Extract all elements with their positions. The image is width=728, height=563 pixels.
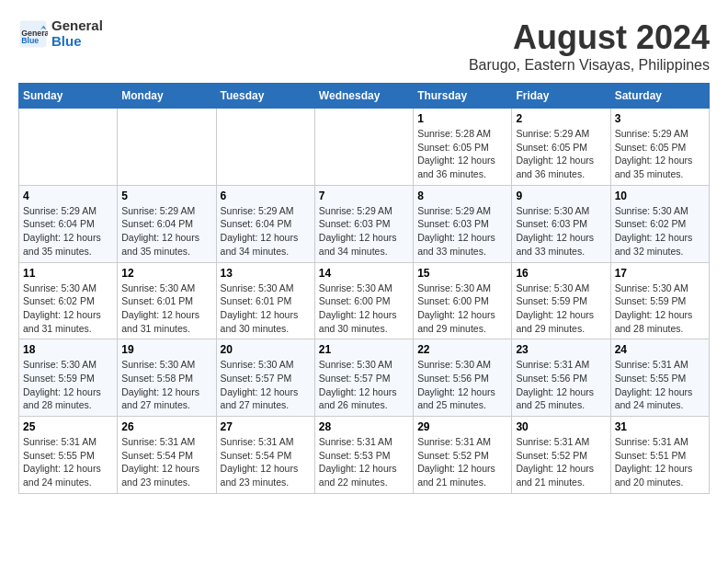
day-cell: 10Sunrise: 5:30 AMSunset: 6:02 PMDayligh… xyxy=(610,185,709,262)
page-header: General Blue General Blue August 2024 Ba… xyxy=(18,18,710,74)
day-info: Sunrise: 5:30 AMSunset: 6:00 PMDaylight:… xyxy=(417,282,507,336)
day-number: 2 xyxy=(516,112,606,125)
day-number: 11 xyxy=(23,267,113,280)
day-info: Sunrise: 5:31 AMSunset: 5:52 PMDaylight:… xyxy=(417,435,507,489)
title-block: August 2024 Barugo, Eastern Visayas, Phi… xyxy=(469,18,710,74)
day-cell: 7Sunrise: 5:29 AMSunset: 6:03 PMDaylight… xyxy=(314,185,413,262)
logo-icon: General Blue xyxy=(18,19,48,49)
day-cell: 9Sunrise: 5:30 AMSunset: 6:03 PMDaylight… xyxy=(512,185,610,262)
day-number: 25 xyxy=(23,420,113,433)
day-number: 17 xyxy=(615,267,705,280)
day-cell: 12Sunrise: 5:30 AMSunset: 6:01 PMDayligh… xyxy=(118,262,216,339)
day-info: Sunrise: 5:30 AMSunset: 6:01 PMDaylight:… xyxy=(121,282,211,336)
day-number: 19 xyxy=(121,343,211,356)
day-cell: 14Sunrise: 5:30 AMSunset: 6:00 PMDayligh… xyxy=(314,262,413,339)
day-number: 9 xyxy=(516,190,606,202)
day-cell xyxy=(118,109,216,186)
day-cell: 30Sunrise: 5:31 AMSunset: 5:52 PMDayligh… xyxy=(512,417,610,494)
day-number: 8 xyxy=(417,190,507,202)
day-cell: 21Sunrise: 5:30 AMSunset: 5:57 PMDayligh… xyxy=(314,339,413,417)
day-cell: 23Sunrise: 5:31 AMSunset: 5:56 PMDayligh… xyxy=(512,339,610,417)
page-subtitle: Barugo, Eastern Visayas, Philippines xyxy=(469,57,710,74)
page-title: August 2024 xyxy=(469,18,710,57)
calendar-table: SundayMondayTuesdayWednesdayThursdayFrid… xyxy=(18,83,710,494)
svg-text:Blue: Blue xyxy=(21,36,39,45)
logo-line1: General xyxy=(51,18,103,34)
day-cell: 17Sunrise: 5:30 AMSunset: 5:59 PMDayligh… xyxy=(610,262,709,339)
day-info: Sunrise: 5:29 AMSunset: 6:03 PMDaylight:… xyxy=(417,204,507,259)
day-info: Sunrise: 5:31 AMSunset: 5:54 PMDaylight:… xyxy=(221,435,311,489)
day-number: 4 xyxy=(23,190,113,202)
day-info: Sunrise: 5:30 AMSunset: 6:02 PMDaylight:… xyxy=(615,204,705,259)
logo: General Blue General Blue xyxy=(18,18,103,49)
day-number: 6 xyxy=(221,190,311,202)
day-number: 14 xyxy=(319,267,409,280)
day-info: Sunrise: 5:29 AMSunset: 6:03 PMDaylight:… xyxy=(319,204,409,259)
day-cell: 29Sunrise: 5:31 AMSunset: 5:52 PMDayligh… xyxy=(414,417,512,494)
day-number: 28 xyxy=(319,420,409,433)
week-row-3: 11Sunrise: 5:30 AMSunset: 6:02 PMDayligh… xyxy=(19,262,710,339)
day-info: Sunrise: 5:29 AMSunset: 6:05 PMDaylight:… xyxy=(516,127,606,181)
day-cell: 22Sunrise: 5:30 AMSunset: 5:56 PMDayligh… xyxy=(414,339,512,417)
day-number: 29 xyxy=(417,420,507,433)
day-cell: 4Sunrise: 5:29 AMSunset: 6:04 PMDaylight… xyxy=(19,185,118,262)
day-number: 18 xyxy=(23,343,113,356)
day-cell: 28Sunrise: 5:31 AMSunset: 5:53 PMDayligh… xyxy=(314,417,413,494)
day-number: 5 xyxy=(121,190,211,202)
day-cell: 2Sunrise: 5:29 AMSunset: 6:05 PMDaylight… xyxy=(512,109,610,186)
week-row-1: 1Sunrise: 5:28 AMSunset: 6:05 PMDaylight… xyxy=(19,109,710,186)
day-info: Sunrise: 5:31 AMSunset: 5:51 PMDaylight:… xyxy=(615,435,705,489)
day-info: Sunrise: 5:29 AMSunset: 6:05 PMDaylight:… xyxy=(615,127,705,181)
day-info: Sunrise: 5:29 AMSunset: 6:04 PMDaylight:… xyxy=(23,204,113,259)
day-number: 3 xyxy=(615,112,705,125)
day-cell: 31Sunrise: 5:31 AMSunset: 5:51 PMDayligh… xyxy=(610,417,709,494)
calendar-header-row: SundayMondayTuesdayWednesdayThursdayFrid… xyxy=(19,84,710,109)
day-number: 26 xyxy=(121,420,211,433)
day-info: Sunrise: 5:30 AMSunset: 6:00 PMDaylight:… xyxy=(319,282,409,336)
header-day-thursday: Thursday xyxy=(414,84,512,109)
day-number: 20 xyxy=(221,343,311,356)
day-number: 16 xyxy=(516,267,606,280)
day-cell: 20Sunrise: 5:30 AMSunset: 5:57 PMDayligh… xyxy=(216,339,314,417)
day-cell: 27Sunrise: 5:31 AMSunset: 5:54 PMDayligh… xyxy=(216,417,314,494)
day-cell: 6Sunrise: 5:29 AMSunset: 6:04 PMDaylight… xyxy=(216,185,314,262)
day-cell: 19Sunrise: 5:30 AMSunset: 5:58 PMDayligh… xyxy=(118,339,216,417)
day-cell: 13Sunrise: 5:30 AMSunset: 6:01 PMDayligh… xyxy=(216,262,314,339)
day-info: Sunrise: 5:30 AMSunset: 5:59 PMDaylight:… xyxy=(516,282,606,336)
header-day-tuesday: Tuesday xyxy=(216,84,314,109)
header-day-sunday: Sunday xyxy=(19,84,118,109)
day-info: Sunrise: 5:29 AMSunset: 6:04 PMDaylight:… xyxy=(221,204,311,259)
day-number: 22 xyxy=(417,343,507,356)
day-cell xyxy=(314,109,413,186)
day-info: Sunrise: 5:29 AMSunset: 6:04 PMDaylight:… xyxy=(121,204,211,259)
day-cell: 15Sunrise: 5:30 AMSunset: 6:00 PMDayligh… xyxy=(414,262,512,339)
day-cell: 8Sunrise: 5:29 AMSunset: 6:03 PMDaylight… xyxy=(414,185,512,262)
week-row-4: 18Sunrise: 5:30 AMSunset: 5:59 PMDayligh… xyxy=(19,339,710,417)
day-cell: 18Sunrise: 5:30 AMSunset: 5:59 PMDayligh… xyxy=(19,339,118,417)
day-number: 23 xyxy=(516,343,606,356)
day-number: 12 xyxy=(121,267,211,280)
day-number: 10 xyxy=(615,190,705,202)
day-info: Sunrise: 5:31 AMSunset: 5:55 PMDaylight:… xyxy=(615,358,705,412)
day-info: Sunrise: 5:30 AMSunset: 6:02 PMDaylight:… xyxy=(23,282,113,336)
header-day-saturday: Saturday xyxy=(610,84,709,109)
day-number: 7 xyxy=(319,190,409,202)
day-info: Sunrise: 5:30 AMSunset: 5:58 PMDaylight:… xyxy=(121,358,211,412)
day-cell: 24Sunrise: 5:31 AMSunset: 5:55 PMDayligh… xyxy=(610,339,709,417)
header-day-monday: Monday xyxy=(118,84,216,109)
day-cell: 1Sunrise: 5:28 AMSunset: 6:05 PMDaylight… xyxy=(414,109,512,186)
week-row-2: 4Sunrise: 5:29 AMSunset: 6:04 PMDaylight… xyxy=(19,185,710,262)
day-info: Sunrise: 5:30 AMSunset: 6:01 PMDaylight:… xyxy=(221,282,311,336)
day-info: Sunrise: 5:31 AMSunset: 5:53 PMDaylight:… xyxy=(319,435,409,489)
day-cell xyxy=(19,109,118,186)
day-cell: 26Sunrise: 5:31 AMSunset: 5:54 PMDayligh… xyxy=(118,417,216,494)
week-row-5: 25Sunrise: 5:31 AMSunset: 5:55 PMDayligh… xyxy=(19,417,710,494)
day-number: 15 xyxy=(417,267,507,280)
day-info: Sunrise: 5:31 AMSunset: 5:54 PMDaylight:… xyxy=(121,435,211,489)
day-info: Sunrise: 5:30 AMSunset: 5:57 PMDaylight:… xyxy=(319,358,409,412)
day-info: Sunrise: 5:31 AMSunset: 5:52 PMDaylight:… xyxy=(516,435,606,489)
day-info: Sunrise: 5:30 AMSunset: 6:03 PMDaylight:… xyxy=(516,204,606,259)
day-number: 13 xyxy=(221,267,311,280)
day-cell: 3Sunrise: 5:29 AMSunset: 6:05 PMDaylight… xyxy=(610,109,709,186)
day-cell xyxy=(216,109,314,186)
